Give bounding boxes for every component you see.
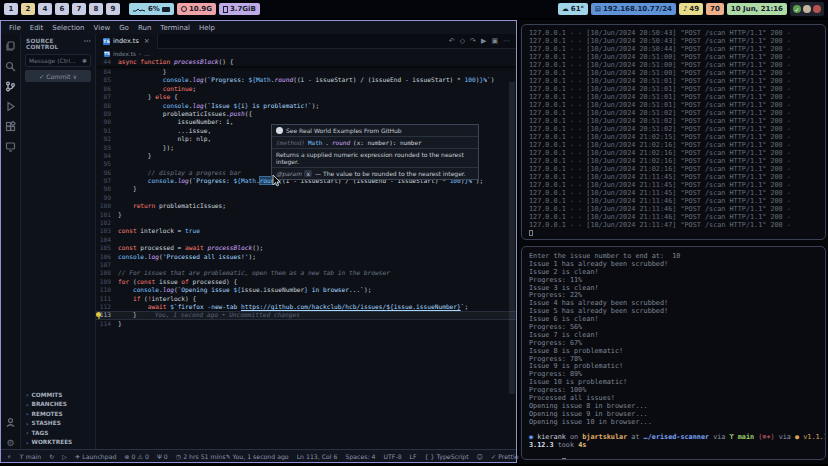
commit-message-input[interactable]: Message (Ctrl... ✱ — [25, 54, 91, 67]
code-line-102[interactable]: 102 — [96, 219, 516, 227]
workspace-button-9[interactable]: 9 — [106, 3, 120, 15]
git-branch-indicator[interactable]: ϒmain — [19, 453, 41, 460]
tab-index-ts[interactable]: TS index.ts × — [96, 34, 158, 49]
scm-section-stashes[interactable]: ›STASHES — [21, 419, 95, 429]
timer-indicator[interactable]: ◷2 hrs 51 mins — [176, 453, 226, 460]
editor-action-icon-1[interactable]: ◇ — [460, 37, 465, 45]
breadcrumb-more[interactable]: … — [144, 51, 150, 57]
menu-go[interactable]: Go — [119, 24, 129, 32]
feedback-smiley[interactable]: ☺ — [477, 453, 483, 460]
scm-section-commits[interactable]: ›COMMITS — [21, 390, 95, 400]
tooltip-param: @param x — The value to be rounded to th… — [272, 168, 478, 179]
workspace-button-7[interactable]: 7 — [72, 3, 86, 15]
code-line-98[interactable]: 98 } — [96, 185, 516, 193]
editor-action-icon-5[interactable]: ⋯ — [503, 37, 510, 45]
editor-action-icon-4[interactable]: ▣ — [491, 37, 498, 45]
commit-dropdown-chevron[interactable]: ∨ — [72, 73, 77, 80]
editor-scrollbar[interactable] — [509, 82, 515, 394]
commit-button[interactable]: ✓ Commit ∨ — [25, 70, 91, 82]
tray-icon-0[interactable]: ✓ — [793, 5, 801, 13]
code-line-107[interactable]: 107 — [96, 261, 516, 269]
code-line-104[interactable]: 104 — [96, 236, 516, 244]
code-line-100[interactable]: 100 return problematicIssues; — [96, 202, 516, 210]
more-actions-icon[interactable]: ··· — [84, 38, 91, 50]
remote-explorer-icon[interactable] — [4, 140, 17, 153]
sticky-line-44[interactable]: 44async function processBlock() { — [96, 58, 516, 66]
code-line-89[interactable]: 89 problematicIssues.push({ — [96, 110, 516, 118]
tooltip-github-link[interactable]: See Real World Examples From GitHub — [272, 125, 478, 137]
explorer-icon[interactable] — [4, 40, 17, 53]
scm-section-tags[interactable]: ›TAGS — [21, 428, 95, 438]
workspace-button-4[interactable]: 4 — [38, 3, 52, 15]
breadcrumb[interactable]: TS index.ts › … — [96, 49, 516, 58]
sync-button[interactable]: ↻ — [49, 453, 54, 460]
account-icon[interactable] — [4, 416, 17, 429]
code-line-108[interactable]: 108// For issues that are problematic, o… — [96, 269, 516, 277]
extensions-icon[interactable] — [4, 120, 17, 133]
network-icon: ⊡ — [595, 5, 601, 13]
menu-view[interactable]: View — [94, 24, 111, 32]
eol-status[interactable]: LF — [410, 453, 417, 460]
code-line-101[interactable]: 101} — [96, 211, 516, 219]
settings-gear-icon[interactable]: ⚙ — [4, 436, 17, 449]
server-log-line: 127.0.0.1 - - [10/Jun/2024 20:51:02] "PO… — [529, 109, 825, 117]
code-line-106[interactable]: 106console.log('Processed all issues!'); — [96, 253, 516, 261]
editor-action-icon-3[interactable]: ▶ — [481, 37, 486, 45]
language-mode[interactable]: { }TypeScript — [425, 453, 469, 460]
editor-action-icon-2[interactable]: ↷ — [470, 37, 476, 45]
menu-help[interactable]: Help — [199, 24, 215, 32]
shell-input-line[interactable]: → — [529, 450, 825, 458]
encoding-status[interactable]: UTF-8 — [384, 453, 402, 460]
code-line-103[interactable]: 103const interlock = true — [96, 227, 516, 235]
sticky-scroll-line[interactable]: 44async function processBlock() { — [96, 58, 516, 66]
problems-indicator[interactable]: ⊗ 0 ⚠0 — [124, 453, 149, 460]
run-debug-icon[interactable] — [4, 100, 17, 113]
ports-indicator[interactable]: Ψ0 — [157, 453, 168, 460]
formatter-status[interactable]: ✓Prettier — [491, 453, 521, 460]
tray-icon-1[interactable] — [803, 5, 811, 13]
workspace-button-6[interactable]: 6 — [55, 3, 69, 15]
blame-status[interactable]: ✎You, 1 second ago — [225, 453, 288, 460]
launchpad-button[interactable]: ✈Launchpad — [75, 453, 116, 460]
code-line-87[interactable]: 87 } else { — [96, 93, 516, 101]
scm-section-remotes[interactable]: ›REMOTES — [21, 409, 95, 419]
code-line-85[interactable]: 85 console.log(`Progress: ${Math.round((… — [96, 76, 516, 84]
editor-action-icon-0[interactable]: ↶ — [449, 37, 455, 45]
workspace-button-8[interactable]: 8 — [89, 3, 103, 15]
terminal-pane-server-log[interactable]: 127.0.0.1 - - [10/Jun/2024 20:50:43] "PO… — [521, 24, 826, 240]
code-line-114[interactable]: 114} — [96, 320, 516, 328]
workspace-button-1[interactable]: 1 — [4, 3, 18, 15]
code-line-110[interactable]: 110 console.log(`Opening issue ${issue.i… — [96, 286, 516, 294]
workspace-button-2[interactable]: 2 — [21, 3, 35, 15]
menu-selection[interactable]: Selection — [52, 24, 84, 32]
code-line-111[interactable]: 111 if (!interlock) { — [96, 295, 516, 303]
code-line-88[interactable]: 88 console.log(`Issue ${i} is problemati… — [96, 102, 516, 110]
run-button[interactable]: ▷ — [62, 453, 67, 460]
menu-terminal[interactable]: Terminal — [160, 24, 190, 32]
code-area[interactable]: 44async function processBlock() { 84 }85… — [96, 58, 516, 449]
indentation-status[interactable]: Spaces: 4 — [345, 453, 375, 460]
server-log-line: 127.0.0.1 - - [10/Jun/2024 21:02:16] "PO… — [529, 141, 825, 149]
code-line-86[interactable]: 86 continue; — [96, 85, 516, 93]
cursor-position[interactable]: Ln 113, Col 6 — [297, 453, 338, 460]
menu-edit[interactable]: Edit — [30, 24, 44, 32]
breadcrumb-file[interactable]: index.ts — [113, 51, 136, 57]
code-line-105[interactable]: 105const processed = await processBlock(… — [96, 244, 516, 252]
source-control-icon[interactable] — [4, 80, 17, 93]
tab-close-icon[interactable]: × — [144, 37, 150, 45]
tray-icon-2[interactable] — [813, 5, 821, 13]
code-line-99[interactable]: 99 — [96, 194, 516, 202]
code-line-109[interactable]: 109for (const issue of processed) { — [96, 278, 516, 286]
code-line-84[interactable]: 84 } — [96, 68, 516, 76]
terminal-pane-scanner[interactable]: Enter the issue number to end at: 10Issu… — [521, 246, 826, 460]
menu-file[interactable]: File — [9, 24, 21, 32]
search-icon[interactable] — [4, 60, 17, 73]
scm-section-worktrees[interactable]: ›WORKTREES — [21, 438, 95, 448]
code-line-112[interactable]: 112 await $`firefox -new-tab https://git… — [96, 303, 516, 311]
scm-section-branches[interactable]: ›BRANCHES — [21, 400, 95, 410]
sparkle-icon[interactable]: ✱ — [82, 57, 87, 64]
remote-indicator[interactable]: ⚡ — [7, 453, 11, 460]
code-line-113[interactable]: 113 }You, 1 second ago • Uncommitted cha… — [96, 311, 516, 319]
menu-run[interactable]: Run — [138, 24, 151, 32]
tooltip-link-label[interactable]: See Real World Examples From GitHub — [286, 127, 402, 134]
